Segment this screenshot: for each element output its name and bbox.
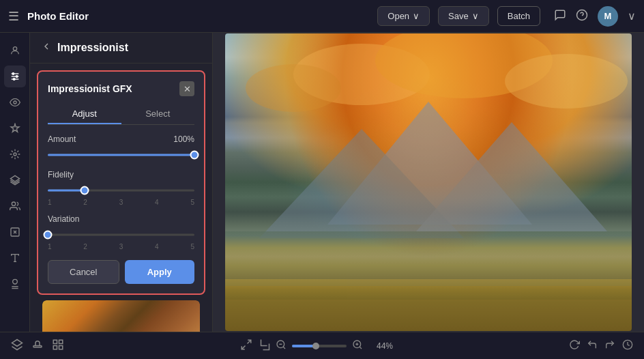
main-area: Impressionist Impressionist GFX ✕ Adjust [0, 33, 644, 332]
zoom-out-icon[interactable] [276, 339, 287, 352]
svg-rect-27 [33, 346, 42, 347]
menu-icon[interactable]: ☰ [8, 9, 19, 24]
avatar[interactable]: M [598, 6, 618, 27]
svg-rect-23 [225, 231, 632, 286]
svg-point-19 [246, 64, 341, 112]
zoom-in-icon[interactable] [352, 339, 363, 352]
bottom-left-icons [11, 339, 64, 353]
chat-icon[interactable] [554, 9, 566, 24]
modal-title: Impressionist GFX [48, 83, 132, 94]
layers-icon[interactable] [11, 339, 23, 353]
canvas-area [213, 33, 644, 332]
amount-slider-wrap[interactable] [48, 148, 194, 162]
fidelity-tick-5: 5 [190, 199, 194, 206]
variation-slider-thumb[interactable] [44, 231, 53, 240]
main-canvas-image [225, 33, 632, 331]
variation-tick-2: 2 [83, 243, 87, 250]
fidelity-slider-thumb[interactable] [80, 186, 89, 195]
open-label: Open [387, 11, 409, 21]
fidelity-label-row: Fidelity [48, 170, 194, 180]
svg-point-18 [505, 54, 628, 109]
fidelity-slider-fill [48, 190, 85, 192]
variation-tick-4: 4 [155, 243, 159, 250]
fidelity-slider-track [48, 190, 194, 192]
thumbnail-impressionist-1[interactable]: Impressionist 1 Ai [42, 300, 200, 332]
variation-tick-5: 5 [190, 243, 194, 250]
fidelity-tick-3: 3 [119, 199, 123, 206]
amount-section: Amount 100% [48, 134, 194, 162]
svg-line-32 [248, 340, 251, 343]
batch-button[interactable]: Batch [497, 6, 540, 26]
variation-label: Variation [48, 214, 79, 224]
panel-title: Impressionist [57, 42, 128, 54]
tab-adjust[interactable]: Adjust [48, 104, 121, 124]
sidebar-item-adjustments[interactable] [4, 66, 26, 87]
sidebar-item-export[interactable] [4, 221, 26, 243]
amount-value: 100% [173, 134, 194, 144]
sidebar-item-text[interactable] [4, 247, 26, 269]
variation-tick-1: 1 [48, 243, 52, 250]
sidebar-item-layers[interactable] [4, 169, 26, 191]
crop-icon[interactable] [258, 339, 270, 353]
avatar-label: M [604, 11, 612, 21]
open-button[interactable]: Open ∨ [377, 6, 430, 26]
svg-line-35 [283, 347, 285, 349]
sidebar-item-effects[interactable] [4, 143, 26, 165]
open-chevron: ∨ [413, 11, 420, 21]
refresh-icon[interactable] [569, 339, 580, 352]
sidebar-item-person[interactable] [4, 40, 26, 61]
svg-point-9 [14, 101, 16, 104]
amount-slider-track [48, 154, 194, 156]
zoom-controls: 44% [240, 339, 393, 353]
thumbnail-image-1 [42, 300, 200, 332]
fidelity-slider-wrap[interactable] [48, 184, 194, 197]
save-chevron: ∨ [472, 11, 479, 21]
sidebar-item-people[interactable] [4, 195, 26, 217]
modal-close-button[interactable]: ✕ [179, 81, 194, 96]
fidelity-ticks: 1 2 3 4 5 [48, 199, 194, 206]
help-icon[interactable] [576, 9, 588, 24]
svg-point-7 [16, 76, 18, 78]
svg-point-10 [14, 153, 16, 156]
redo-icon[interactable] [604, 339, 615, 352]
history-icon[interactable] [622, 339, 633, 352]
svg-point-12 [12, 202, 15, 205]
grid-icon[interactable] [52, 339, 64, 353]
user-chevron-icon[interactable]: ∨ [628, 10, 636, 23]
variation-tick-3: 3 [119, 243, 123, 250]
amount-slider-fill [48, 154, 194, 156]
panel-sidebar: Impressionist Impressionist GFX ✕ Adjust [30, 33, 213, 332]
back-button[interactable] [41, 41, 52, 55]
zoom-slider-track[interactable] [292, 345, 347, 347]
svg-marker-26 [12, 340, 23, 347]
sidebar-item-stamp[interactable] [4, 273, 26, 295]
variation-ticks: 1 2 3 4 5 [48, 243, 194, 250]
amount-slider-thumb[interactable] [190, 151, 199, 160]
fidelity-label: Fidelity [48, 170, 74, 180]
apply-button[interactable]: Apply [125, 260, 195, 284]
variation-label-row: Variation [48, 214, 194, 224]
batch-label: Batch [508, 11, 530, 21]
sidebar-item-eye[interactable] [4, 91, 26, 113]
variation-slider-wrap[interactable] [48, 228, 194, 242]
sidebar-item-magic[interactable] [4, 117, 26, 139]
save-button[interactable]: Save ∨ [438, 6, 489, 26]
svg-rect-31 [59, 346, 63, 349]
bottom-bar: 44% [0, 332, 644, 359]
cancel-button[interactable]: Cancel [48, 260, 119, 284]
fidelity-tick-2: 2 [83, 199, 87, 206]
svg-rect-29 [59, 340, 63, 343]
fit-screen-icon[interactable] [240, 339, 252, 353]
topbar: ☰ Photo Editor Open ∨ Save ∨ Batch M ∨ [0, 0, 644, 33]
tab-select[interactable]: Select [121, 104, 195, 124]
undo-icon[interactable] [587, 339, 598, 352]
svg-point-2 [13, 47, 16, 51]
fidelity-section: Fidelity 1 2 3 4 5 [48, 170, 194, 206]
zoom-slider-thumb[interactable] [312, 343, 319, 349]
fidelity-tick-1: 1 [48, 199, 52, 206]
svg-line-38 [360, 347, 362, 349]
panel-header: Impressionist [30, 33, 212, 63]
amount-label: Amount [48, 134, 76, 144]
save-label: Save [448, 11, 469, 21]
stamp-icon[interactable] [31, 339, 44, 353]
